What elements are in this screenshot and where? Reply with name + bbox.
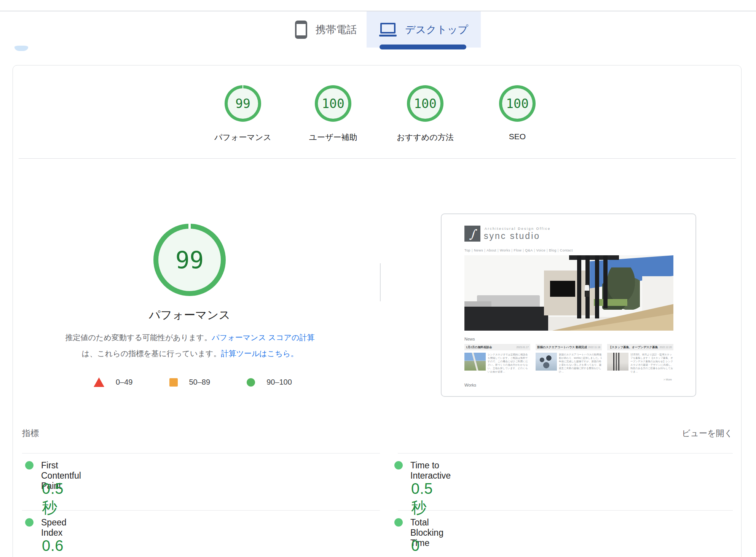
- average-square-icon: [169, 378, 178, 387]
- calc-tool-link[interactable]: 計算ツールはこちら。: [221, 349, 298, 358]
- metric-value: 0.5 秒: [411, 480, 433, 518]
- fail-triangle-icon: [94, 377, 104, 387]
- score-value: 100: [410, 88, 440, 119]
- article-title: 新築のスクエアコートハウス 動画完成！: [537, 345, 587, 349]
- score-calc-link[interactable]: パフォーマンス スコアの計算: [212, 333, 314, 342]
- metric-status-dot: [394, 518, 403, 527]
- section-divider: [19, 158, 736, 159]
- metric-value: 0 ミリ秒: [411, 537, 427, 557]
- category-best-practices[interactable]: 100 おすすめの方法: [383, 85, 467, 143]
- tab-desktop[interactable]: デスクトップ: [367, 11, 481, 48]
- article-excerpt: 12月5日、本日より設計・監理スタッフを募集します！【スタッフ募集、オープンデス…: [630, 353, 673, 373]
- article-thumbnail: [464, 353, 486, 371]
- legend-item-fail: 0–49: [94, 377, 133, 387]
- metric-status-dot: [25, 461, 33, 469]
- performance-heading: パフォーマンス: [113, 307, 266, 323]
- score-ring: 99: [225, 85, 261, 122]
- pass-circle-icon: [247, 378, 255, 387]
- score-disclaimer: 推定値のため変動する可能性があります。パフォーマンス スコアの計算 は、これらの…: [36, 329, 344, 361]
- category-label: おすすめの方法: [383, 132, 467, 143]
- site-brand-tagline: Architectural Design Office: [485, 227, 551, 231]
- category-label: SEO: [475, 132, 559, 141]
- site-logo: ∫: [464, 226, 480, 242]
- category-accessibility[interactable]: 100 ユーザー補助: [291, 85, 375, 143]
- active-tab-indicator: [380, 45, 466, 49]
- site-news-label: News: [464, 337, 475, 341]
- site-hero-image: [464, 255, 673, 331]
- article-date: 2023.01.17: [516, 346, 529, 349]
- expand-view-button[interactable]: ビューを開く: [682, 428, 733, 439]
- site-nav: Top｜News｜About｜Works｜Flow｜Q&A｜Voice｜Blog…: [464, 248, 573, 253]
- legend-range: 90–100: [266, 378, 292, 387]
- pagespeed-report: 携帯電話 デスクトップ 99 パフォーマンス 100 ユーザー補助 100 おす…: [0, 0, 756, 557]
- category-label: ユーザー補助: [291, 132, 375, 143]
- score-value: 100: [502, 88, 533, 119]
- tab-mobile-label: 携帯電話: [316, 23, 357, 37]
- report-card: 99 パフォーマンス 100 ユーザー補助 100 おすすめの方法 100 SE…: [13, 65, 742, 557]
- article-thumbnail: [536, 353, 557, 371]
- category-seo[interactable]: 100 SEO: [475, 85, 559, 141]
- article-date: 2022.12.20: [659, 346, 672, 349]
- performance-score: 99: [158, 229, 221, 291]
- legend-range: 50–89: [189, 378, 211, 387]
- score-ring: 100: [315, 85, 351, 122]
- disclaimer-line-1: 推定値のため変動する可能性があります。パフォーマンス スコアの計算: [36, 329, 344, 345]
- disclaimer-line-2: は、これらの指標を基に行っています。計算ツールはこちら。: [36, 345, 344, 361]
- metric-status-dot: [394, 461, 403, 469]
- logo-arc-fragment: [14, 46, 28, 51]
- phone-icon: [295, 21, 307, 39]
- article-title: 1月2月の無料相談会: [466, 345, 492, 349]
- category-label: パフォーマンス: [201, 132, 285, 143]
- metric-status-dot: [25, 518, 33, 527]
- metric-name: Speed Index: [41, 517, 67, 538]
- tab-mobile[interactable]: 携帯電話: [287, 11, 364, 48]
- article-date: 2022.11.18: [588, 346, 600, 349]
- article-title: 【スタッフ募集、オープンデスク募集】: [609, 345, 658, 349]
- metrics-title: 指標: [22, 428, 39, 439]
- site-more-link: > More: [663, 378, 672, 381]
- score-ring: 100: [499, 85, 536, 122]
- news-article: 新築のスクエアコートハウス 動画完成！ 2022.11.18 新築のスクエアコー…: [536, 344, 602, 373]
- site-brand-name: sync studio: [484, 231, 540, 241]
- article-excerpt: シンクスタジオでは定期的に相談会を開催しています。ご相談は無料ですので、この機会…: [488, 353, 530, 373]
- site-news-articles: 1月2月の無料相談会 2023.01.17 シンクスタジオでは定期的に相談会を開…: [464, 344, 673, 373]
- tab-desktop-label: デスクトップ: [405, 23, 468, 37]
- news-article: 【スタッフ募集、オープンデスク募集】 2022.12.20 12月5日、本日より…: [607, 344, 673, 373]
- metric-row-divider: [22, 510, 380, 511]
- hero-person-figure: [585, 283, 589, 297]
- site-works-label: Works: [464, 383, 476, 387]
- metric-value: 0.6 秒: [42, 537, 64, 557]
- desktop-icon: [379, 23, 397, 37]
- performance-gauge: 99: [153, 224, 226, 296]
- score-value: 100: [318, 88, 348, 119]
- news-article: 1月2月の無料相談会 2023.01.17 シンクスタジオでは定期的に相談会を開…: [464, 344, 530, 373]
- vertical-divider: [380, 263, 381, 301]
- article-thumbnail: [607, 353, 628, 371]
- article-excerpt: 新築のスクエアコートハウスの動画撮影が終わり、worksに追加しました。1年前に…: [559, 353, 602, 373]
- legend-item-average: 50–89: [169, 378, 211, 387]
- metric-value: 0.5 秒: [42, 480, 64, 518]
- category-performance[interactable]: 99 パフォーマンス: [201, 85, 285, 143]
- score-value: 99: [228, 88, 258, 119]
- metric-name: Time to Interactive: [410, 460, 451, 481]
- site-screenshot-thumbnail: ∫ Architectural Design Office sync studi…: [441, 213, 696, 397]
- score-legend: 0–49 50–89 90–100: [94, 377, 329, 387]
- metric-row-divider: [398, 510, 733, 511]
- metric-row-divider: [398, 453, 733, 454]
- legend-item-pass: 90–100: [247, 378, 292, 387]
- score-ring: 100: [407, 85, 443, 122]
- metric-row-divider: [22, 453, 380, 454]
- legend-range: 0–49: [116, 378, 133, 387]
